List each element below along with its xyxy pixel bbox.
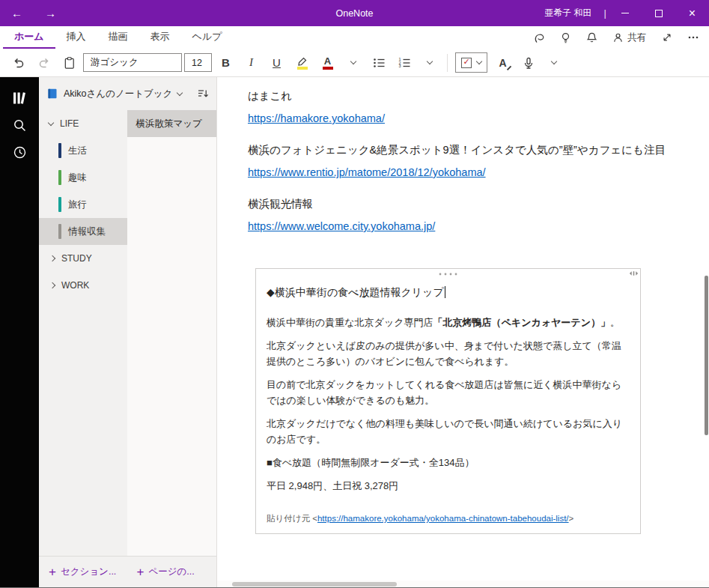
dictate-button[interactable] <box>516 52 541 74</box>
tab-insert[interactable]: 挿入 <box>55 26 97 49</box>
font-size-combobox[interactable]: 12 <box>184 53 212 72</box>
section-group-work[interactable]: WORK <box>39 272 127 299</box>
todo-checkbox-icon: ✓ <box>461 58 472 68</box>
vertical-scrollbar-thumb[interactable] <box>705 276 708 435</box>
note-container-resize-handle[interactable] <box>629 270 639 276</box>
section-group-label: WORK <box>61 280 89 291</box>
page-text-line[interactable]: はまこれ <box>248 88 709 104</box>
tab-view[interactable]: 表示 <box>139 26 181 49</box>
more-formatting-dropdown[interactable] <box>341 52 365 74</box>
back-button[interactable]: ← <box>0 0 34 26</box>
formatting-toolbar: 游ゴシック 12 B I U A 123 ✓ <box>0 49 709 77</box>
search-icon <box>13 118 27 133</box>
undo-button[interactable] <box>6 52 31 74</box>
recent-notes-button[interactable] <box>0 139 39 166</box>
bullet-list-button[interactable] <box>366 52 391 74</box>
forward-button[interactable]: → <box>34 0 67 26</box>
note-container-body[interactable]: ◆横浜中華街の食べ放題情報クリップ 横浜中華街の貴重な北京ダック専門店「北京烤鴨… <box>256 279 640 533</box>
font-color-button[interactable]: A <box>315 52 340 74</box>
section-color-bar <box>58 170 61 185</box>
chevron-down-icon <box>476 58 482 64</box>
section-item-jouhoushuushuu[interactable]: 情報収集 <box>39 218 127 245</box>
section-item-shumi[interactable]: 趣味 <box>39 164 127 191</box>
paste-button[interactable] <box>57 52 82 74</box>
clip-paragraph[interactable]: ■食べ放題（時間無制限オーダー式・全134品） <box>267 455 630 470</box>
more-options-icon[interactable] <box>684 28 703 47</box>
highlighter-button[interactable] <box>290 52 314 74</box>
paragraph-bold-text: 「北京烤鴨店（ペキンカォヤーテン）」 <box>433 317 610 328</box>
bold-button[interactable]: B <box>213 52 238 74</box>
notebook-header[interactable]: Akikoさんのノートブック <box>39 77 216 110</box>
section-item-ryokou[interactable]: 旅行 <box>39 191 127 218</box>
clip-paragraph[interactable]: 北京ダックといえば皮のみの提供が多い中、身まで付いた状態で蒸し立て（常温提供のと… <box>267 338 630 369</box>
source-hyperlink[interactable]: https://hamakore.yokohama/yokohama-china… <box>317 514 569 523</box>
italic-button[interactable]: I <box>239 52 264 74</box>
hyperlink-text[interactable]: https://hamakore.yokohama/ <box>248 112 385 124</box>
note-container-drag-handle[interactable] <box>256 269 640 279</box>
hyperlink-text[interactable]: https://www.welcome.city.yokohama.jp/ <box>248 220 435 232</box>
a-with-pen-icon-button[interactable]: A <box>490 52 515 74</box>
font-name-value: 游ゴシック <box>91 56 139 69</box>
redo-button[interactable] <box>31 52 56 74</box>
clip-paragraph[interactable]: 北京ダックだけでなく他の料理も美味しいので長い間通い続けているお気に入りのお店で… <box>267 416 630 447</box>
source-prefix: 貼り付け元 < <box>267 514 317 523</box>
add-section-label: セクション... <box>61 566 116 578</box>
notifications-bell-icon[interactable] <box>582 28 601 47</box>
section-item-seikatsu[interactable]: 生活 <box>39 137 127 164</box>
chevron-down-icon <box>350 58 356 64</box>
hyperlink[interactable]: https://www.rentio.jp/matome/2018/12/yok… <box>248 164 709 181</box>
sort-button[interactable] <box>197 88 209 100</box>
font-color-icon: A <box>323 56 333 70</box>
close-button[interactable]: × <box>675 0 709 26</box>
page-item-yokohama-map[interactable]: 横浜散策マップ <box>127 110 217 137</box>
clip-paragraph[interactable]: 平日 2,948円、土日祝 3,278円 <box>267 478 630 494</box>
note-container[interactable]: ◆横浜中華街の食べ放題情報クリップ 横浜中華街の貴重な北京ダック専門店「北京烤鴨… <box>255 268 641 534</box>
chevron-down-icon <box>48 119 54 125</box>
account-name[interactable]: 亜希子 和田 <box>544 7 591 19</box>
lightbulb-icon[interactable] <box>556 28 575 47</box>
tab-home[interactable]: ホーム <box>3 26 55 49</box>
minimize-button[interactable] <box>608 0 642 26</box>
share-button[interactable]: 共有 <box>608 31 651 44</box>
page-text-line[interactable]: 横浜のフォトジェニック&絶景スポット9選！インスタで人気の”壁”やカフェにも注目 <box>248 142 709 158</box>
tab-help[interactable]: ヘルプ <box>181 26 234 49</box>
list-options-dropdown[interactable] <box>417 52 442 74</box>
drag-dots-icon <box>439 273 458 276</box>
todo-tag-dropdown[interactable]: ✓ <box>455 52 487 73</box>
horizontal-scrollbar-track[interactable] <box>217 581 709 587</box>
add-section-button[interactable]: + セクション... <box>39 557 127 587</box>
page-canvas[interactable]: はまこれ https://hamakore.yokohama/ 横浜のフォトジェ… <box>217 77 709 587</box>
section-label: 生活 <box>68 145 87 157</box>
clip-paragraph[interactable]: 横浜中華街の貴重な北京ダック専門店「北京烤鴨店（ペキンカォヤーテン）」。 <box>267 315 630 330</box>
forward-icon: → <box>45 7 56 19</box>
clip-paragraph[interactable]: 目の前で北京ダックをカットしてくれる食べ放題店は皆無に近く横浜中華街ならではの楽… <box>267 377 630 408</box>
font-name-combobox[interactable]: 游ゴシック <box>83 53 182 72</box>
fullscreen-icon[interactable] <box>657 28 677 47</box>
main-area: Akikoさんのノートブック LIFE 生活 <box>0 77 709 587</box>
search-button[interactable] <box>0 112 39 139</box>
hyperlink-text[interactable]: https://www.rentio.jp/matome/2018/12/yok… <box>248 166 486 178</box>
section-group-life[interactable]: LIFE <box>39 110 127 137</box>
horizontal-scrollbar-thumb[interactable] <box>232 582 397 587</box>
maximize-button[interactable] <box>642 0 675 26</box>
sidebar-bottom-bar: + セクション... + ページの... <box>39 556 216 587</box>
toolbar-separator <box>447 54 448 72</box>
page-text-line[interactable]: 横浜観光情報 <box>248 196 709 212</box>
toolbar-overflow-dropdown[interactable] <box>541 52 566 74</box>
source-suffix: > <box>569 514 574 523</box>
hyperlink[interactable]: https://hamakore.yokohama/ <box>248 110 709 127</box>
notebook-sidebar: Akikoさんのノートブック LIFE 生活 <box>39 77 217 587</box>
section-group-label: STUDY <box>61 253 92 264</box>
tab-draw[interactable]: 描画 <box>97 26 139 49</box>
section-color-bar <box>58 224 61 239</box>
notebooks-button[interactable] <box>0 85 39 112</box>
numbered-list-button[interactable]: 123 <box>392 52 416 74</box>
loop-icon[interactable] <box>529 28 549 47</box>
section-group-study[interactable]: STUDY <box>39 245 127 272</box>
clip-title[interactable]: ◆横浜中華街の食べ放題情報クリップ <box>267 286 630 300</box>
add-page-button[interactable]: + ページの... <box>127 557 217 587</box>
notebook-title: Akikoさんのノートブック <box>64 88 172 100</box>
hyperlink[interactable]: https://www.welcome.city.yokohama.jp/ <box>248 218 709 234</box>
underline-button[interactable]: U <box>264 52 289 74</box>
paragraph-text: 。 <box>610 317 620 328</box>
